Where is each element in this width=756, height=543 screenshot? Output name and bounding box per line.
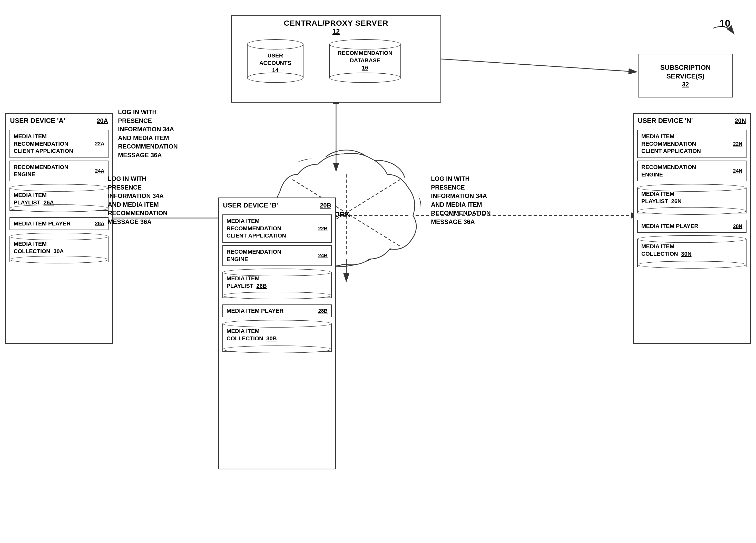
- login-b-annotation: LOG IN WITHPRESENCEINFORMATION 34AAND ME…: [108, 174, 195, 226]
- device-n-comp-22n: MEDIA ITEMRECOMMENDATIONCLIENT APPLICATI…: [637, 130, 747, 158]
- device-b-comp-30b: MEDIA ITEMCOLLECTION 30B: [222, 320, 332, 356]
- device-n-comp-26n: MEDIA ITEMPLAYLIST 26N: [637, 184, 747, 217]
- svg-line-22: [441, 59, 636, 72]
- device-n-box: USER DEVICE 'N' 20N MEDIA ITEMRECOMMENDA…: [633, 113, 751, 344]
- device-a-title: USER DEVICE 'A' 20A: [6, 114, 112, 126]
- subscription-ref: 32: [682, 81, 689, 88]
- login-a-annotation: LOG IN WITHPRESENCEINFORMATION 34AAND ME…: [118, 108, 205, 160]
- device-n-title: USER DEVICE 'N' 20N: [634, 114, 750, 126]
- figure-number: 10: [720, 18, 730, 29]
- recommendation-db-label: RECOMMENDATIONDATABASE16: [329, 50, 401, 72]
- device-b-comp-22b: MEDIA ITEMRECOMMENDATIONCLIENT APPLICATI…: [222, 214, 332, 243]
- device-b-comp-26b: MEDIA ITEMPLAYLIST 26B: [222, 269, 332, 302]
- device-b-title: USER DEVICE 'B' 20B: [219, 198, 335, 210]
- device-b-comp-28b: MEDIA ITEM PLAYER 28B: [222, 304, 332, 317]
- device-n-comp-28n: MEDIA ITEM PLAYER 28N: [637, 220, 747, 233]
- central-server-ref: 12: [332, 27, 340, 35]
- device-a-comp-22a: MEDIA ITEMRECOMMENDATIONCLIENT APPLICATI…: [9, 130, 109, 158]
- subscription-service-box: SUBSCRIPTIONSERVICE(S) 32: [638, 54, 733, 97]
- subscription-label: SUBSCRIPTIONSERVICE(S): [660, 63, 711, 81]
- device-a-comp-26a: MEDIA ITEMPLAYLIST 26A: [9, 184, 109, 215]
- login-n-annotation: LOG IN WITHPRESENCEINFORMATION 34AAND ME…: [431, 174, 523, 226]
- central-server-box: CENTRAL/PROXY SERVER 12 USERACCOUNTS14 R…: [231, 15, 441, 103]
- user-accounts-cylinder: USERACCOUNTS14: [247, 39, 303, 78]
- central-server-title: CENTRAL/PROXY SERVER: [232, 19, 440, 27]
- device-a-comp-30a: MEDIA ITEMCOLLECTION 30A: [9, 233, 109, 266]
- device-a-comp-28a: MEDIA ITEM PLAYER 28A: [9, 217, 109, 230]
- device-b-box: USER DEVICE 'B' 20B MEDIA ITEMRECOMMENDA…: [218, 198, 336, 469]
- recommendation-db-cylinder: RECOMMENDATIONDATABASE16: [329, 39, 401, 78]
- device-a-box: USER DEVICE 'A' 20A MEDIA ITEMRECOMMENDA…: [5, 113, 113, 344]
- device-a-comp-24a: RECOMMENDATIONENGINE 24A: [9, 161, 109, 181]
- device-n-comp-30n: MEDIA ITEMCOLLECTION 30N: [637, 235, 747, 271]
- user-accounts-label: USERACCOUNTS14: [247, 52, 303, 74]
- diagram-container: 10 CENTRAL/PROXY SERVER 12 USERACCOUNTS1…: [0, 0, 756, 543]
- device-n-comp-24n: RECOMMENDATIONENGINE 24N: [637, 161, 747, 181]
- device-b-comp-24b: RECOMMENDATIONENGINE 24B: [222, 245, 332, 266]
